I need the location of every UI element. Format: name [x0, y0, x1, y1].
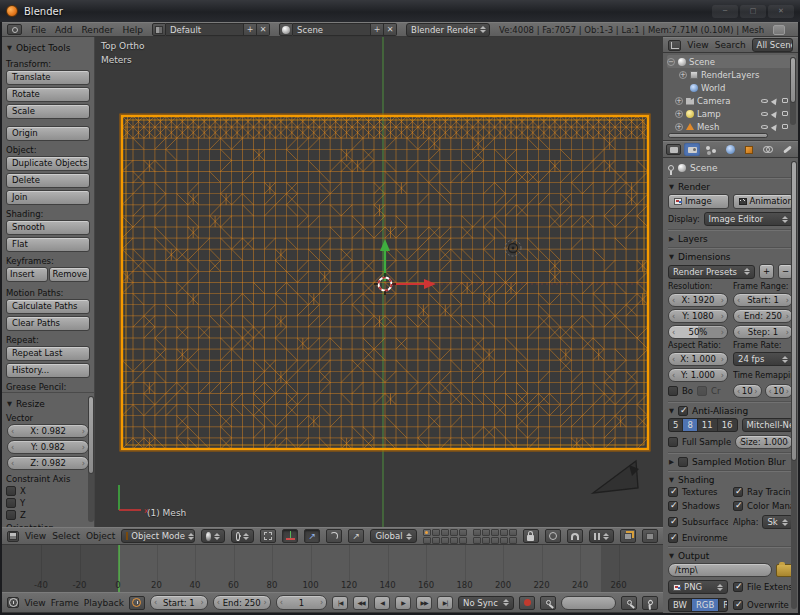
timeline-menu-playback[interactable]: Playback — [84, 598, 124, 608]
layers-grid-left[interactable] — [423, 529, 467, 544]
frame-step-field[interactable]: Step: 1 — [733, 325, 793, 339]
preview-range-button[interactable] — [129, 596, 145, 610]
layers-grid-right[interactable] — [473, 529, 517, 544]
resolution-percentage-slider[interactable]: 50% — [668, 325, 728, 339]
snap-toggle-button[interactable] — [567, 529, 583, 543]
origin-button[interactable]: Origin — [6, 126, 90, 141]
pin-icon[interactable] — [668, 165, 674, 171]
preset-add-button[interactable]: + — [759, 264, 774, 279]
scene-add-button[interactable]: + — [371, 23, 384, 36]
dimensions-section-header[interactable]: Dimensions — [668, 249, 793, 264]
outliner-menu-search[interactable]: Search — [715, 40, 746, 50]
outliner-item-mesh[interactable]: + Mesh — [667, 120, 796, 133]
screen-layout-selector[interactable]: Default + ✕ — [152, 23, 270, 36]
expand-icon[interactable]: + — [675, 110, 683, 118]
active-keying-set-field[interactable] — [561, 596, 616, 610]
render-animation-button[interactable]: Animation — [733, 194, 794, 209]
properties-scrollbar[interactable] — [791, 161, 797, 609]
layout-name[interactable]: Default — [166, 23, 244, 36]
tab-render[interactable] — [684, 143, 700, 156]
aspect-y-field[interactable]: Y: 1.000 — [668, 368, 728, 382]
antialiasing-checkbox[interactable] — [678, 406, 688, 416]
outliner-item-lamp[interactable]: + Lamp — [667, 107, 796, 120]
sync-dropdown[interactable]: No Sync — [458, 596, 514, 610]
scale-button[interactable]: Scale — [6, 104, 90, 119]
aspect-x-field[interactable]: X: 1.000 — [668, 352, 728, 366]
view3d-menu-select[interactable]: Select — [52, 531, 80, 541]
smooth-button[interactable]: Smooth — [6, 220, 90, 235]
outliner-hscrollbar[interactable] — [668, 133, 768, 138]
aa-sample-11[interactable]: 11 — [698, 419, 718, 431]
subsurface-checkbox[interactable] — [668, 517, 678, 527]
layers-section-header[interactable]: Layers — [668, 231, 793, 246]
display-dropdown[interactable]: Image Editor — [704, 212, 793, 226]
aa-sample-8[interactable]: 8 — [683, 419, 697, 431]
render-section-header[interactable]: Render — [668, 179, 793, 194]
pivot-point-dropdown[interactable] — [231, 529, 255, 543]
selectability-icon[interactable] — [771, 96, 779, 104]
view3d-menu-view[interactable]: View — [25, 531, 46, 541]
expand-icon[interactable]: + — [679, 71, 687, 79]
repeat-last-button[interactable]: Repeat Last — [6, 346, 90, 361]
prev-keyframe-button[interactable]: ◀◀ — [353, 596, 369, 610]
view3d-editor-icon[interactable] — [7, 531, 19, 542]
visibility-eye-icon[interactable] — [761, 125, 768, 129]
transform-orientation-dropdown[interactable]: Global — [370, 529, 416, 543]
mode-dropdown[interactable]: Object Mode — [121, 529, 195, 543]
aa-sample-16[interactable]: 16 — [718, 419, 737, 431]
mode-rgba[interactable]: RGB — [719, 599, 728, 611]
environment-checkbox[interactable] — [668, 533, 678, 543]
resize-x-field[interactable]: X: 0.982 — [7, 424, 89, 438]
visibility-eye-icon[interactable] — [761, 99, 768, 103]
outliner-scrollbar[interactable] — [790, 57, 796, 125]
next-keyframe-button[interactable]: ▶▶ — [416, 596, 432, 610]
flat-button[interactable]: Flat — [6, 237, 90, 252]
resize-panel-header[interactable]: Resize — [6, 396, 90, 411]
motion-blur-checkbox[interactable] — [678, 457, 688, 467]
overwrite-checkbox[interactable] — [733, 600, 743, 610]
menu-add[interactable]: Add — [55, 25, 72, 35]
insert-keyframe-button[interactable]: Insert — [6, 267, 48, 282]
toolshelf-scrollbar[interactable] — [88, 396, 94, 522]
render-opengl-button[interactable] — [620, 529, 636, 543]
selectability-icon[interactable] — [771, 109, 779, 117]
join-button[interactable]: Join — [6, 190, 90, 205]
textures-checkbox[interactable] — [668, 487, 678, 497]
mode-bw[interactable]: BW — [669, 599, 692, 611]
lock-layers-button[interactable] — [523, 529, 539, 543]
snap-element-dropdown[interactable] — [589, 529, 614, 543]
aa-sample-5[interactable]: 5 — [669, 419, 683, 431]
renderability-icon[interactable] — [782, 124, 788, 129]
outliner-item-scene[interactable]: − Scene — [667, 55, 796, 68]
expand-icon[interactable]: + — [675, 123, 683, 131]
info-editor-icon[interactable] — [7, 24, 22, 35]
translate-button[interactable]: Translate — [6, 70, 90, 85]
scene-name[interactable]: Scene — [293, 23, 371, 36]
outliner-item-world[interactable]: World — [667, 81, 796, 94]
aa-size-field[interactable]: Size: 1.000 — [735, 435, 793, 449]
duplicate-objects-button[interactable]: Duplicate Objects — [6, 156, 90, 171]
remap-new-field[interactable]: 10 — [765, 384, 794, 398]
resolution-x-field[interactable]: X: 1920 — [668, 293, 728, 307]
outliner-item-camera[interactable]: + Camera — [667, 94, 796, 107]
manipulator-axis-button[interactable] — [282, 529, 298, 543]
crop-checkbox[interactable] — [697, 386, 707, 396]
render-opengl-anim-button[interactable] — [642, 529, 658, 543]
renderability-icon[interactable] — [782, 98, 788, 103]
scene-selector[interactable]: Scene + ✕ — [279, 23, 397, 36]
resize-y-field[interactable]: Y: 0.982 — [7, 440, 89, 454]
history-button[interactable]: History... — [6, 363, 90, 378]
file-extensions-checkbox[interactable] — [733, 582, 743, 592]
keying-set-button[interactable] — [540, 596, 556, 610]
mesh-wireframe[interactable]: x — [95, 37, 663, 527]
render-image-button[interactable]: Image — [668, 194, 729, 209]
file-format-dropdown[interactable]: PNG — [668, 580, 728, 594]
remove-keyframe-button[interactable]: Remove — [49, 267, 91, 282]
layout-delete-button[interactable]: ✕ — [257, 23, 270, 36]
tab-object[interactable] — [741, 143, 757, 156]
view3d-menu-object[interactable]: Object — [86, 531, 115, 541]
menu-file[interactable]: File — [31, 25, 46, 35]
frame-end-prop-field[interactable]: End: 250 — [733, 309, 793, 323]
outliner-editor-icon[interactable] — [668, 40, 681, 51]
frame-end-field[interactable]: End: 250 — [213, 595, 271, 610]
